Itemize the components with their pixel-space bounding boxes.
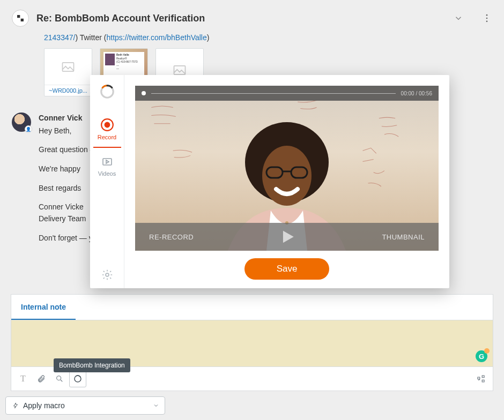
apply-macro-button[interactable]: Apply macro — [5, 396, 165, 415]
rerecord-button[interactable]: RE-RECORD — [149, 233, 194, 241]
footer-macro: Apply macro — [5, 396, 165, 415]
grammarly-icon[interactable]: G — [476, 350, 487, 362]
apply-macro-label: Apply macro — [23, 401, 65, 410]
quoted-snippet: 2143347/) Twitter (https://twitter.com/b… — [0, 33, 504, 45]
svg-point-2 — [486, 21, 488, 22]
gear-icon — [101, 269, 113, 281]
svg-rect-10 — [103, 159, 112, 165]
modal-sidebar: Record Videos — [90, 75, 124, 288]
link-number[interactable]: 2143347/ — [44, 33, 75, 42]
play-icon[interactable] — [278, 228, 296, 246]
save-button[interactable]: Save — [244, 258, 330, 280]
attachment-thumbnail[interactable]: ~WRD000.jp... — [44, 48, 92, 96]
svg-rect-3 — [63, 62, 74, 71]
svg-rect-4 — [174, 65, 186, 74]
agent-badge-icon: 👤 — [25, 125, 32, 133]
video-action-bar: RE-RECORD THUMBNAIL — [135, 223, 439, 251]
text-format-icon[interactable]: T — [14, 370, 32, 387]
settings-button[interactable] — [90, 261, 124, 288]
image-placeholder-icon — [45, 49, 92, 85]
progress-track[interactable] — [151, 93, 396, 94]
ticket-title: Re: BombBomb Account Verification — [36, 13, 446, 24]
attachment-icon[interactable] — [33, 370, 50, 387]
sidebar-videos-tab[interactable]: Videos — [90, 148, 124, 184]
playhead-icon[interactable] — [142, 91, 146, 95]
compose-toolbar: T BombBomb Integration — [11, 367, 493, 391]
bombbomb-logo-icon — [90, 84, 124, 110]
tooltip-bombbomb: BombBomb Integration — [54, 358, 130, 372]
svg-point-5 — [57, 376, 61, 380]
search-icon[interactable] — [51, 370, 68, 387]
svg-point-11 — [106, 273, 109, 276]
chevron-down-icon — [153, 402, 159, 409]
author-avatar[interactable]: 👤 — [12, 112, 31, 132]
svg-point-1 — [486, 18, 488, 19]
svg-point-13 — [262, 146, 312, 206]
compose-tabs: Internal note — [11, 294, 493, 320]
kebab-menu-icon[interactable] — [471, 13, 492, 24]
modal-main: 00:00 / 00:56 RE-RECORD THUMBNAIL Save — [124, 75, 449, 288]
svg-point-9 — [104, 122, 110, 128]
compose-region: Internal note G T BombBomb Integration — [11, 294, 493, 391]
tab-internal-note[interactable]: Internal note — [11, 295, 76, 320]
ticket-header: Re: BombBomb Account Verification — [0, 0, 504, 33]
collapse-chevron-icon[interactable] — [454, 13, 463, 23]
videos-icon — [101, 155, 114, 168]
video-time: 00:00 / 00:56 — [401, 91, 432, 96]
brand-logo-icon — [12, 10, 29, 27]
attachment-filename: ~WRD000.jp... — [45, 85, 92, 96]
video-preview[interactable]: 00:00 / 00:56 RE-RECORD THUMBNAIL — [135, 86, 439, 251]
video-progress-bar[interactable]: 00:00 / 00:56 — [135, 86, 439, 101]
bombbomb-integration-button[interactable] — [69, 370, 86, 387]
sidebar-record-tab[interactable]: Record — [90, 110, 124, 148]
record-icon — [100, 118, 114, 132]
thumbnail-button[interactable]: THUMBNAIL — [382, 233, 425, 241]
link-twitter[interactable]: https://twitter.com/bhBethValle — [106, 33, 206, 42]
svg-point-0 — [486, 14, 488, 16]
lightning-icon — [12, 402, 19, 409]
apps-icon[interactable] — [472, 370, 490, 387]
bombbomb-modal: Record Videos — [90, 75, 449, 288]
